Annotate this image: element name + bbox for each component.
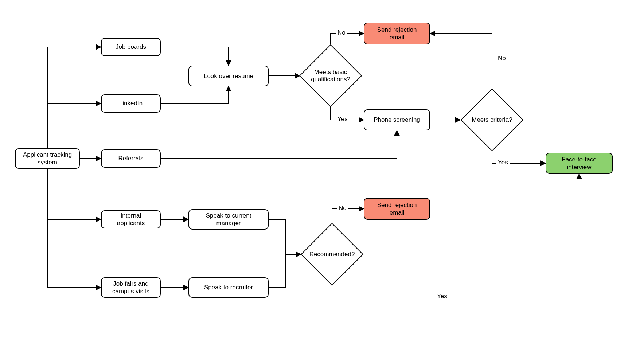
edge-label-yes: Yes — [496, 159, 510, 166]
node-label: Internal applicants — [106, 212, 156, 227]
decision-meets-basic-qualifications: Meets basic qualifications? — [300, 45, 361, 106]
edge-label-yes: Yes — [436, 293, 449, 300]
decision-meets-criteria: Meets criteria? — [460, 90, 524, 150]
node-job-fairs: Job fairs and campus visits — [101, 277, 161, 298]
node-label: Speak to current manager — [194, 212, 264, 227]
edge-label-no: No — [496, 55, 507, 62]
node-send-rejection-email-2: Send rejection email — [364, 198, 430, 220]
decision-recommended: Recommended? — [301, 224, 363, 285]
node-label: Send rejection email — [369, 201, 425, 217]
node-label: Applicant tracking system — [20, 151, 75, 167]
edge-label-no: No — [337, 204, 348, 212]
node-speak-recruiter: Speak to recruiter — [188, 277, 269, 298]
node-ats: Applicant tracking system — [15, 148, 80, 169]
edge-label-no: No — [336, 29, 347, 36]
node-label: Look over resume — [204, 72, 253, 80]
node-internal-applicants: Internal applicants — [101, 210, 161, 228]
node-speak-current-manager: Speak to current manager — [188, 209, 269, 230]
node-label: Job boards — [116, 43, 146, 51]
node-face-to-face-interview: Face-to-face interview — [546, 153, 613, 174]
decision-label: Recommended? — [309, 251, 355, 258]
node-look-over-resume: Look over resume — [188, 66, 269, 86]
node-referrals: Referrals — [101, 149, 161, 168]
edge-label-yes: Yes — [336, 116, 349, 123]
node-job-boards: Job boards — [101, 38, 161, 56]
node-label: Referrals — [118, 155, 144, 162]
node-label: Speak to recruiter — [204, 283, 253, 291]
node-linkedin: LinkedIn — [101, 94, 161, 113]
node-label: Phone screening — [374, 116, 420, 124]
node-label: Job fairs and campus visits — [106, 280, 156, 296]
node-label: Face-to-face interview — [551, 156, 608, 171]
node-label: Send rejection email — [369, 26, 425, 42]
decision-label: Meets basic qualifications? — [304, 69, 358, 83]
decision-label: Meets criteria? — [472, 116, 512, 124]
node-phone-screening: Phone screening — [364, 109, 430, 130]
node-label: LinkedIn — [119, 99, 143, 107]
node-send-rejection-email-1: Send rejection email — [364, 23, 430, 44]
flowchart-canvas: Applicant tracking system Job boards Lin… — [0, 0, 644, 352]
